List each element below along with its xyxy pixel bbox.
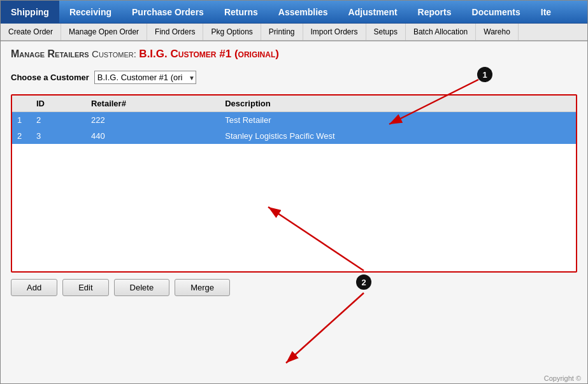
page-title-customer-label: Customer:: [92, 48, 136, 59]
page-title-customer-name: B.I.G. Customer #1 (original): [139, 48, 279, 60]
cell-id: 3: [31, 128, 86, 144]
customer-select-wrapper: B.I.G. Customer #1 (ori ▼: [94, 71, 196, 84]
table-header-row: ID Retailer# Description: [12, 96, 576, 112]
retailer-table: ID Retailer# Description 1 2 222 Test Re…: [12, 96, 576, 144]
nav-receiving[interactable]: Receiving: [59, 1, 122, 23]
sub-navigation: Create Order Manage Open Order Find Orde…: [1, 24, 587, 41]
col-description: Description: [220, 96, 576, 112]
subnav-batch-allocation[interactable]: Batch Allocation: [406, 24, 476, 40]
page-title: Manage Retailers Customer: B.I.G. Custom…: [11, 48, 577, 60]
col-retailer-num: Retailer#: [86, 96, 220, 112]
nav-assemblies[interactable]: Assemblies: [268, 1, 338, 23]
page-title-prefix: Manage Retailers: [11, 48, 89, 59]
subnav-find-orders[interactable]: Find Orders: [147, 24, 203, 40]
nav-purchase-orders[interactable]: Purchase Orders: [122, 1, 214, 23]
subnav-printing[interactable]: Printing: [261, 24, 303, 40]
col-id: ID: [31, 96, 86, 112]
nav-shipping[interactable]: Shipping: [1, 1, 59, 23]
merge-button[interactable]: Merge: [175, 279, 230, 296]
copyright-text: Copyright ©: [544, 374, 581, 382]
delete-button[interactable]: Delete: [114, 279, 170, 296]
cell-id: 2: [31, 112, 86, 129]
subnav-pkg-options[interactable]: Pkg Options: [203, 24, 261, 40]
nav-reports[interactable]: Reports: [408, 1, 462, 23]
customer-select[interactable]: B.I.G. Customer #1 (ori: [94, 71, 196, 84]
svg-line-5: [286, 293, 364, 363]
cell-rownum: 1: [12, 112, 31, 129]
nav-adjustment[interactable]: Adjustment: [338, 1, 408, 23]
cell-rownum: 2: [12, 128, 31, 144]
subnav-import-orders[interactable]: Import Orders: [303, 24, 366, 40]
nav-documents[interactable]: Documents: [462, 1, 531, 23]
nav-returns[interactable]: Returns: [214, 1, 268, 23]
button-row: Add Edit Delete Merge: [11, 279, 577, 296]
table-row[interactable]: 1 2 222 Test Retailer: [12, 112, 576, 129]
edit-button[interactable]: Edit: [62, 279, 108, 296]
nav-ite[interactable]: Ite: [531, 1, 561, 23]
choose-customer-label: Choose a Customer: [11, 73, 89, 82]
cell-description: Test Retailer: [220, 112, 576, 129]
cell-description: Stanley Logistics Pacific West: [220, 128, 576, 144]
subnav-manage-open-order[interactable]: Manage Open Order: [61, 24, 147, 40]
table-row[interactable]: 2 3 440 Stanley Logistics Pacific West: [12, 128, 576, 144]
top-navigation: Shipping Receiving Purchase Orders Retur…: [1, 1, 587, 24]
retailer-table-container: ID Retailer# Description 1 2 222 Test Re…: [11, 94, 577, 273]
cell-retailer-num: 440: [86, 128, 220, 144]
cell-retailer-num: 222: [86, 112, 220, 129]
add-button[interactable]: Add: [11, 279, 57, 296]
subnav-warehouse[interactable]: Wareho: [476, 24, 519, 40]
choose-customer-row: Choose a Customer B.I.G. Customer #1 (or…: [11, 71, 577, 84]
subnav-create-order[interactable]: Create Order: [1, 24, 61, 40]
page-content: Manage Retailers Customer: B.I.G. Custom…: [1, 41, 587, 384]
subnav-setups[interactable]: Setups: [366, 24, 406, 40]
app-window: Shipping Receiving Purchase Orders Retur…: [0, 0, 588, 384]
col-rownum: [12, 96, 31, 112]
